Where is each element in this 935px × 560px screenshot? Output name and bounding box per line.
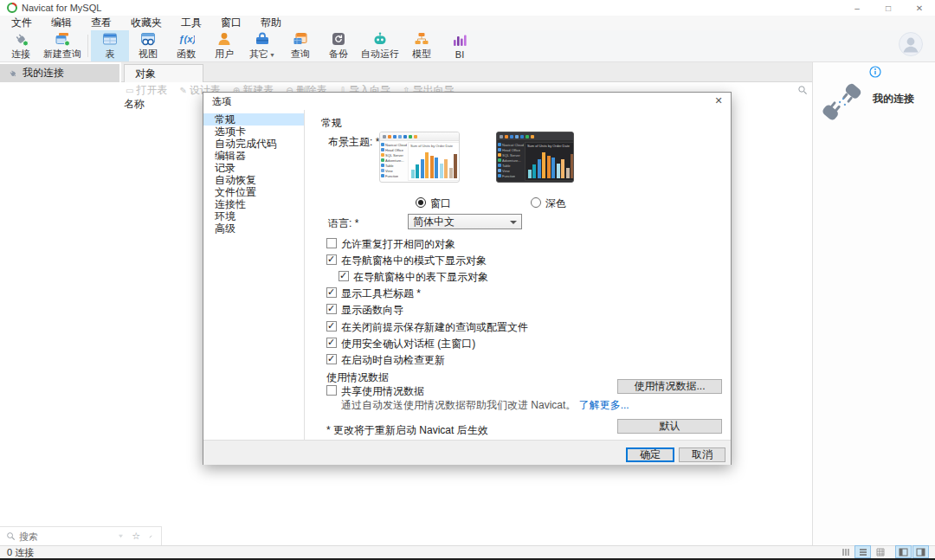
menu-file[interactable]: 文件 [2, 16, 42, 30]
collapse-all-icon[interactable] [146, 532, 155, 541]
dialog-close-icon[interactable]: ✕ [711, 94, 726, 107]
list-view-icon[interactable] [855, 546, 870, 557]
minimize-button[interactable]: – [842, 0, 873, 16]
right-pane-toggle-icon[interactable] [913, 546, 928, 557]
pencil-icon: ✎ [179, 86, 186, 95]
dialog-nav-list: 常规 选项卡 自动完成代码 编辑器 记录 自动恢复 文件位置 连接性 环境 高级 [203, 110, 305, 440]
thumb-chart: Sum of Units by Order Date [525, 142, 574, 181]
table-icon [101, 31, 119, 47]
views-button[interactable]: 视图 [129, 30, 167, 61]
thumb-toolbar [380, 132, 459, 141]
cancel-button[interactable]: 取消 [679, 447, 725, 462]
nav-item-environment[interactable]: 环境 [203, 210, 304, 222]
checkbox-label: 使用安全确认对话框 (主窗口) [341, 337, 475, 351]
ok-button[interactable]: 确定 [626, 447, 674, 462]
theme-thumbnail-dark[interactable]: Navicat CloudHead OfficeSQL ServerAdvent… [496, 132, 574, 183]
theme-dark-label[interactable]: 深色 [545, 196, 566, 211]
nav-item-advanced[interactable]: 高级 [203, 222, 304, 235]
learn-more-link[interactable]: 了解更多... [579, 399, 629, 411]
tab-strip: 对象 [121, 62, 812, 82]
theme-window-radio[interactable] [416, 197, 426, 208]
language-value: 简体中文 [413, 215, 455, 229]
model-button[interactable]: 模型 [403, 30, 441, 61]
favorites-star-icon[interactable]: ☆ [129, 531, 143, 542]
others-button[interactable]: 其它▼ [243, 30, 281, 61]
language-label: 语言: * [328, 216, 358, 231]
tables-button[interactable]: 表 [91, 30, 129, 61]
nav-item-auto-recovery[interactable]: 自动恢复 [203, 174, 304, 186]
nav-item-code-completion[interactable]: 自动完成代码 [203, 138, 304, 150]
dialog-title: 选项 [212, 95, 231, 108]
usage-data-button[interactable]: 使用情况数据... [617, 379, 722, 394]
checkbox-show-toolbar-caption[interactable] [326, 287, 337, 298]
detail-panel-title: 我的连接 [873, 92, 914, 106]
close-button[interactable]: ✕ [904, 0, 935, 16]
theme-window-label[interactable]: 窗口 [430, 196, 451, 211]
tab-objects[interactable]: 对象 [124, 64, 203, 82]
theme-thumbnail-window[interactable]: Navicat CloudHead OfficeSQL ServerAdvent… [379, 132, 460, 183]
menu-favorites[interactable]: 收藏夹 [121, 16, 171, 30]
checkbox-label: 显示函数向导 [341, 303, 403, 318]
checkbox-show-objects-under-schema[interactable] [326, 254, 337, 265]
tree-filter-bar: ☆ [0, 526, 162, 545]
checkbox-show-objects-under-table[interactable] [339, 271, 349, 281]
user-avatar[interactable] [899, 32, 923, 56]
maximize-button[interactable]: □ [873, 0, 904, 16]
automation-button[interactable]: 自动运行 [358, 30, 403, 61]
menu-view[interactable]: 查看 [81, 16, 121, 30]
status-bar: 0 连接 [0, 545, 935, 558]
thumb-toolbar [497, 132, 573, 141]
search-icon [6, 531, 16, 541]
search-input[interactable] [19, 531, 113, 542]
plug-icon [8, 68, 18, 79]
checkbox-prompt-save-query[interactable] [326, 321, 337, 331]
backup-button[interactable]: 备份 [319, 30, 358, 61]
folder-icon: ▭ [126, 86, 133, 95]
connection-label: 我的连接 [23, 66, 64, 80]
function-icon: ƒ(x) [177, 31, 195, 47]
bi-button[interactable]: BI [441, 30, 479, 61]
dialog-titlebar: 选项 [203, 93, 731, 110]
menu-window[interactable]: 窗口 [211, 16, 251, 30]
checkbox-check-updates[interactable] [326, 354, 337, 364]
view-toggle-group [838, 546, 928, 557]
functions-button[interactable]: ƒ(x) 函数 [167, 30, 205, 61]
nav-item-file-locations[interactable]: 文件位置 [203, 186, 304, 198]
checkbox-show-function-wizard[interactable] [326, 304, 337, 314]
checkbox-share-usage-data[interactable] [326, 385, 337, 396]
nav-item-tabs[interactable]: 选项卡 [203, 126, 304, 138]
users-button[interactable]: 用户 [205, 30, 243, 61]
menu-edit[interactable]: 编辑 [42, 16, 81, 30]
menu-tools[interactable]: 工具 [171, 16, 211, 30]
nav-item-editor[interactable]: 编辑器 [203, 150, 304, 162]
view-icon [139, 31, 157, 47]
language-select[interactable]: 简体中文 [408, 214, 522, 229]
share-usage-label: 共享使用情况数据 [341, 384, 424, 399]
plugs-illustration-icon [817, 80, 867, 125]
column-header-name[interactable]: 名称 [124, 97, 145, 112]
nav-item-connectivity[interactable]: 连接性 [203, 198, 304, 210]
sidebar-item-my-connection[interactable]: 我的连接 [0, 64, 119, 82]
filter-icon[interactable] [116, 532, 126, 540]
columns-view-icon[interactable] [838, 546, 853, 557]
restart-note: * 更改将于重新启动 Navicat 后生效 [326, 423, 488, 438]
open-table-button[interactable]: ▭打开表 [126, 83, 167, 98]
usage-help-text: 通过自动发送使用情况数据帮助我们改进 Navicat。 了解更多... [341, 398, 629, 413]
checkbox-safe-confirm-dialog[interactable] [326, 338, 337, 348]
theme-dark-radio[interactable] [531, 197, 541, 208]
query-button[interactable]: 查询 [281, 30, 319, 61]
toolbar-separator [87, 35, 88, 57]
grid-view-icon[interactable] [873, 546, 887, 557]
info-icon[interactable] [869, 66, 881, 78]
search-icon[interactable] [797, 85, 808, 95]
nav-item-records[interactable]: 记录 [203, 162, 304, 174]
connection-button[interactable]: 连接 [2, 30, 40, 61]
menu-bar: 文件 编辑 查看 收藏夹 工具 窗口 帮助 [0, 16, 935, 30]
new-query-button[interactable]: 新建查询 [40, 30, 85, 61]
backup-icon [330, 31, 347, 47]
nav-item-general[interactable]: 常规 [203, 113, 304, 126]
checkbox-allow-duplicate[interactable] [326, 238, 337, 248]
default-button[interactable]: 默认 [617, 419, 722, 434]
left-pane-toggle-icon[interactable] [896, 546, 911, 557]
menu-help[interactable]: 帮助 [251, 16, 291, 30]
